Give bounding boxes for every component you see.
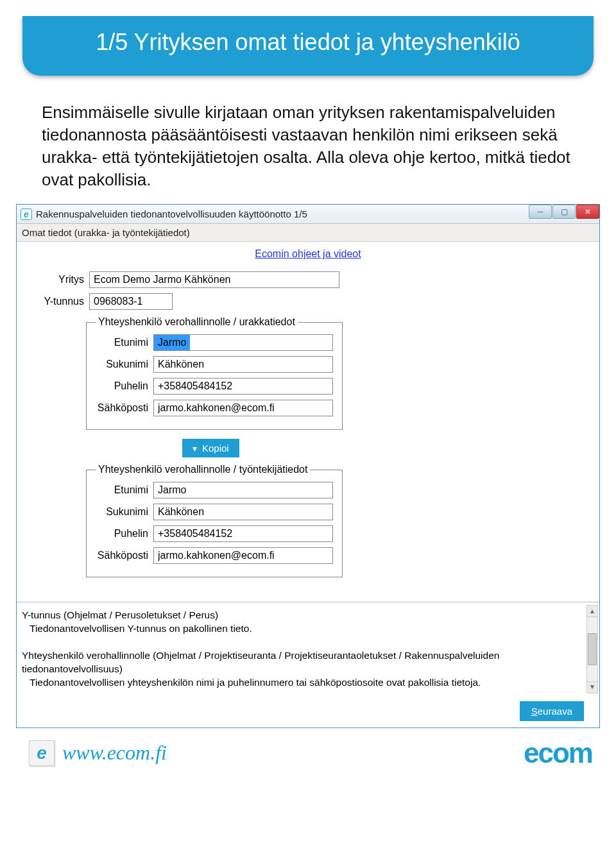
maximize-button[interactable]: ▢	[552, 205, 576, 219]
bottom-bar: Seuraava	[17, 696, 599, 727]
minimize-button[interactable]: ─	[529, 205, 552, 219]
scrollbar[interactable]: ▲ ▼	[586, 605, 598, 693]
input-yritys[interactable]	[89, 271, 339, 288]
app-icon: e	[21, 208, 32, 220]
window-controls: ─ ▢ ✕	[528, 207, 599, 221]
close-button[interactable]: ✕	[576, 205, 599, 219]
label-sahkoposti-2: Sähköposti	[96, 550, 153, 561]
info-line-2: Tiedonantovelvollisen Y-tunnus on pakoll…	[22, 622, 593, 636]
label-puhelin-1: Puhelin	[96, 380, 153, 392]
input-etunimi-2[interactable]	[153, 482, 333, 498]
copy-button[interactable]: ▾ Kopioi	[182, 439, 239, 457]
next-button-rest: euraava	[538, 706, 572, 717]
footer-logo: ecom	[524, 737, 592, 769]
app-window: e Rakennuspalveluiden tiedonantovelvolli…	[16, 204, 600, 728]
legend-tyontekijatiedot: Yhteyshenkilö verohallinnolle / työnteki…	[96, 464, 310, 475]
input-sukunimi-1[interactable]	[153, 356, 333, 373]
footer-e-icon: e	[29, 740, 55, 766]
intro-paragraph: Ensimmäiselle sivulle kirjataan oman yri…	[16, 95, 600, 204]
next-button[interactable]: Seuraava	[520, 701, 584, 721]
label-sukunimi-1: Sukunimi	[96, 359, 153, 370]
input-ytunnus[interactable]	[89, 293, 173, 310]
label-etunimi-2: Etunimi	[96, 484, 153, 496]
legend-urakkatiedot: Yhteyshenkilö verohallinnolle / urakkati…	[96, 316, 298, 328]
label-sukunimi-2: Sukunimi	[96, 506, 153, 518]
label-etunimi-1: Etunimi	[96, 337, 153, 348]
info-line-4: Tiedonantovelvollisen yhteyshenkilön nim…	[22, 676, 593, 690]
form-area: Ecomin ohjeet ja videot Yritys Y-tunnus …	[17, 242, 599, 602]
section-subheader: Omat tiedot (urakka- ja työntekijätiedot…	[17, 224, 599, 242]
slide-footer: e www.ecom.fi ecom	[16, 735, 600, 769]
titlebar: e Rakennuspalveluiden tiedonantovelvolli…	[17, 205, 599, 224]
input-sahkoposti-1[interactable]	[153, 400, 333, 416]
info-line-1: Y-tunnus (Ohjelmat / Perusoletukset / Pe…	[22, 609, 218, 620]
slide-title: 1/5 Yrityksen omat tiedot ja yhteyshenki…	[35, 28, 581, 58]
scroll-up-icon[interactable]: ▲	[587, 606, 597, 617]
fieldset-urakkatiedot: Yhteyshenkilö verohallinnolle / urakkati…	[86, 316, 343, 430]
chevron-down-icon: ▾	[193, 443, 197, 454]
help-link[interactable]: Ecomin ohjeet ja videot	[22, 248, 594, 260]
footer-url: www.ecom.fi	[62, 741, 167, 765]
window-title: Rakennuspalveluiden tiedonantovelvollisu…	[36, 208, 307, 219]
input-sahkoposti-2[interactable]	[153, 547, 333, 564]
label-puhelin-2: Puhelin	[96, 528, 153, 540]
info-textbox: Y-tunnus (Ohjelmat / Perusoletukset / Pe…	[17, 602, 599, 696]
scroll-down-icon[interactable]: ▼	[587, 681, 597, 693]
info-line-3: Yhteyshenkilö verohallinnolle (Ohjelmat …	[22, 650, 499, 674]
input-etunimi-1[interactable]	[153, 334, 333, 351]
label-ytunnus: Y-tunnus	[22, 296, 89, 307]
label-yritys: Yritys	[22, 274, 89, 285]
slide-title-box: 1/5 Yrityksen omat tiedot ja yhteyshenki…	[22, 16, 594, 76]
footer-left: e www.ecom.fi	[29, 740, 167, 766]
input-sukunimi-2[interactable]	[153, 504, 333, 520]
fieldset-tyontekijatiedot: Yhteyshenkilö verohallinnolle / työnteki…	[86, 464, 343, 577]
input-puhelin-2[interactable]	[153, 525, 333, 542]
scroll-thumb[interactable]	[588, 633, 597, 665]
copy-button-label: Kopioi	[202, 443, 229, 454]
label-sahkoposti-1: Sähköposti	[96, 402, 153, 414]
input-puhelin-1[interactable]	[153, 378, 333, 395]
